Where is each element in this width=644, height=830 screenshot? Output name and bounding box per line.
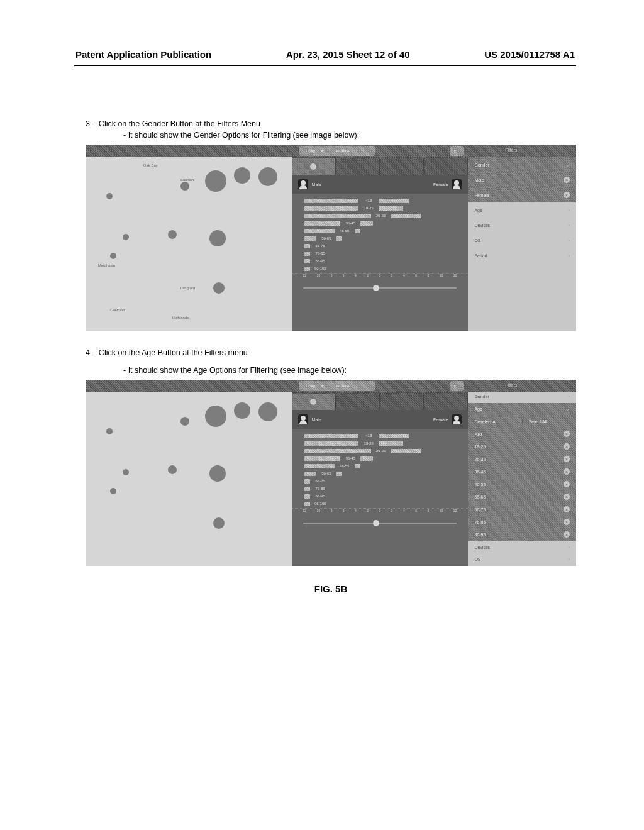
filter-age-opt-2[interactable]: 26-35× (468, 453, 576, 465)
filter-age-opt-4[interactable]: 46-55× (468, 478, 576, 490)
female-silhouette-icon (452, 414, 462, 424)
chevron-right-icon: › (568, 208, 570, 213)
remove-icon[interactable]: × (564, 192, 570, 198)
female-silhouette-icon (452, 179, 462, 189)
filters-panel: Gender⌄ Male× Female× Age› Devices› OS› … (468, 145, 576, 331)
chevron-right-icon: › (568, 545, 570, 550)
slider-knob[interactable] (373, 520, 379, 526)
filter-age-header[interactable]: Age⌄ (468, 403, 576, 416)
chevron-down-icon: ⌄ (565, 162, 570, 168)
pill-seg-2[interactable]: # (319, 384, 325, 388)
male-silhouette-icon (298, 414, 308, 424)
filter-age[interactable]: Age› (468, 202, 576, 218)
step3-sub: - It should show the Gender Options for … (123, 131, 576, 140)
gender-header-row: Male Female (292, 175, 469, 194)
panel-tab-4[interactable] (424, 158, 468, 175)
step3-line: 3 – Click on the Gender Button at the Fi… (86, 119, 576, 128)
filter-age-select-row: Deselect All Select All (468, 416, 576, 428)
time-slider[interactable] (292, 517, 469, 531)
male-label: Male (312, 182, 321, 187)
select-all-button[interactable]: Select All (522, 419, 576, 424)
map-label: Metchosin (98, 263, 115, 267)
map-label: Langford (180, 286, 196, 290)
age-bar-chart: <18 18-25 26-35 36-45 46-55 56-65 66-75 … (292, 194, 469, 273)
remove-icon[interactable]: × (564, 468, 570, 475)
panel-tab-1[interactable] (292, 394, 336, 410)
chat-icon (310, 163, 316, 170)
filter-age-opt-6[interactable]: 66-75× (468, 503, 576, 516)
filter-age-opt-8[interactable]: 86-95× (468, 528, 576, 541)
filter-devices[interactable]: Devices› (468, 218, 576, 233)
figure-label: FIG. 5B (86, 584, 576, 594)
header-left: Patent Application Publication (75, 49, 211, 60)
filter-age-opt-0[interactable]: <18× (468, 428, 576, 440)
time-range-pill[interactable]: 1 Day # All Time (299, 381, 375, 391)
remove-icon[interactable]: × (564, 443, 570, 450)
header-mid: Apr. 23, 2015 Sheet 12 of 40 (286, 49, 410, 60)
panel-tab-2[interactable] (336, 158, 380, 175)
filters-title: Filters (505, 148, 517, 152)
remove-icon[interactable]: × (564, 431, 570, 437)
chat-icon (310, 399, 316, 405)
step4-line: 4 – Click on the Age Button at the Filte… (86, 348, 576, 357)
female-label: Female (433, 182, 448, 187)
age-bar-chart: <18 18-25 26-35 36-45 46-55 56-65 66-75 … (292, 429, 469, 508)
chevron-right-icon: › (568, 253, 570, 258)
map-label: Colwood (110, 308, 125, 312)
filter-gender-header[interactable]: Gender⌄ (468, 157, 576, 172)
panel-tab-3[interactable] (380, 394, 424, 410)
filter-age-opt-1[interactable]: 18-25× (468, 440, 576, 453)
slider-knob[interactable] (373, 285, 379, 291)
filter-gender-female[interactable]: Female× (468, 187, 576, 202)
filters-panel: Gender› Age⌄ Deselect All Select All <18… (468, 380, 576, 566)
axis-row: 12108642024681012 (292, 273, 469, 282)
map-area[interactable]: Oak Bay Saanich Metchosin Langford Colwo… (86, 145, 292, 331)
remove-icon[interactable]: × (564, 506, 570, 512)
step4-sub: - It should show the Age Options for Fil… (123, 366, 576, 375)
map-area[interactable] (86, 380, 292, 566)
panel-tab-2[interactable] (336, 394, 380, 410)
remove-icon[interactable]: × (564, 177, 570, 183)
chevron-down-icon: ⌄ (565, 406, 570, 412)
demographics-panel: Aug 8, 2011 (10:07) Male Female <18 18-2… (292, 380, 469, 566)
chevron-right-icon: › (568, 223, 570, 228)
map-label: Highlands (172, 316, 189, 319)
pill-seg-alltime[interactable]: All Time (334, 149, 351, 153)
panel-tab-1[interactable] (292, 158, 336, 175)
remove-icon[interactable]: × (564, 531, 570, 538)
filters-title: Filters (505, 383, 517, 387)
pill-seg-2[interactable]: # (319, 149, 325, 153)
panel-tab-3[interactable] (380, 158, 424, 175)
pill-seg-1day[interactable]: 1 Day (303, 384, 317, 388)
remove-icon[interactable]: × (564, 456, 570, 462)
deselect-all-button[interactable]: Deselect All (468, 419, 521, 424)
screenshot-age: 1 Day # All Time ✕ Filters Aug 8, 2011 (… (86, 380, 576, 566)
filter-gender-male[interactable]: Male× (468, 172, 576, 187)
close-filters-pill[interactable]: ✕ (450, 146, 464, 156)
pill-seg-1day[interactable]: 1 Day (303, 149, 317, 153)
remove-icon[interactable]: × (564, 519, 570, 525)
panel-tab-4[interactable] (424, 394, 468, 410)
pill-seg-alltime[interactable]: All Time (334, 384, 351, 388)
filter-os[interactable]: OS› (468, 233, 576, 248)
filter-devices[interactable]: Devices› (468, 541, 576, 553)
chevron-right-icon: › (568, 394, 570, 399)
filter-os[interactable]: OS› (468, 553, 576, 566)
time-range-pill[interactable]: 1 Day # All Time (299, 146, 375, 156)
remove-icon[interactable]: × (564, 481, 570, 487)
male-silhouette-icon (298, 179, 308, 189)
chevron-right-icon: › (568, 556, 570, 562)
close-icon: ✕ (453, 384, 457, 389)
filter-age-opt-7[interactable]: 76-85× (468, 516, 576, 528)
header-right: US 2015/0112758 A1 (484, 49, 575, 60)
time-slider[interactable] (292, 282, 469, 296)
remove-icon[interactable]: × (564, 494, 570, 500)
filter-age-opt-5[interactable]: 56-65× (468, 490, 576, 503)
filter-period[interactable]: Period› (468, 248, 576, 263)
close-filters-pill[interactable]: ✕ (450, 381, 464, 391)
map-label: Oak Bay (143, 163, 158, 167)
page-header: Patent Application Publication Apr. 23, … (0, 49, 644, 60)
chevron-right-icon: › (568, 238, 570, 243)
header-rule (74, 65, 576, 66)
filter-age-opt-3[interactable]: 36-45× (468, 465, 576, 478)
